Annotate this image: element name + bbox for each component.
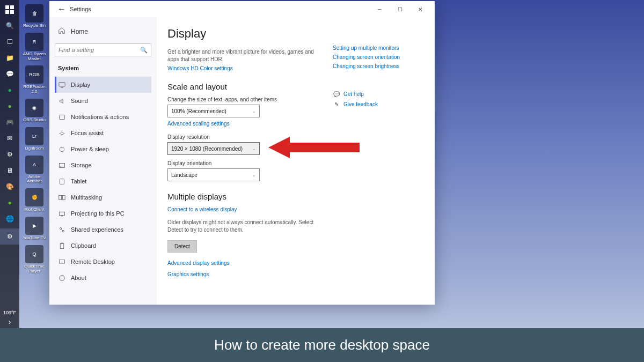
desktop-icons: 🗑Recycle BinRAMD Ryzen MasterRGBRGBFusio… (21, 4, 47, 274)
nav-label: Notifications & actions (71, 114, 129, 120)
taskbar-app-icon[interactable]: ⚙ (3, 148, 16, 161)
desktop-icon[interactable]: ▶YouTube TV (21, 217, 47, 241)
nav-item-storage[interactable]: Storage (55, 157, 151, 173)
desktop-icon[interactable]: 🗑Recycle Bin (21, 4, 47, 28)
nav-item-notifications-actions[interactable]: Notifications & actions (55, 109, 151, 125)
nav-item-remote-desktop[interactable]: Remote Desktop (55, 254, 151, 270)
taskbar-app-icon[interactable]: 🖥 (3, 164, 16, 177)
annotation-arrow (268, 134, 362, 163)
desktop-icon[interactable]: ◉OBS Studio (21, 99, 47, 123)
advanced-scaling-link[interactable]: Advanced scaling settings (167, 121, 323, 127)
about-icon (58, 274, 65, 282)
svg-rect-1 (10, 5, 14, 9)
wireless-display-link[interactable]: Connect to a wireless display (167, 206, 323, 212)
search-icon[interactable]: 🔍 (3, 19, 16, 32)
nav-label: Focus assist (71, 130, 104, 136)
nav-label: Clipboard (71, 242, 96, 249)
svg-rect-2 (5, 10, 9, 14)
multiple-displays-heading: Multiple displays (167, 192, 323, 201)
resolution-dropdown[interactable]: 1920 × 1080 (Recommended) ⌄ (167, 142, 260, 155)
nav-item-display[interactable]: Display (55, 77, 151, 93)
related-link[interactable]: Changing screen orientation (333, 54, 424, 60)
taskbar-app-icon[interactable]: ● (3, 100, 16, 113)
taskbar-app-icon[interactable]: 💬 (3, 68, 16, 80)
nav-item-clipboard[interactable]: Clipboard (55, 238, 151, 254)
settings-taskbar-icon[interactable]: ⚙ (0, 228, 19, 245)
svg-point-11 (60, 166, 61, 167)
related-link[interactable]: Changing screen brightness (333, 63, 424, 69)
display-icon (58, 81, 65, 88)
nav-item-multitasking[interactable]: Multitasking (55, 189, 151, 205)
taskbar: 🔍 ☐ 📁 💬 ● ● 🎮 ✉ ⚙ 🖥 🎨 ● 🌐 ⚙ 109°F › (0, 0, 19, 328)
taskbar-app-icon[interactable]: ● (3, 196, 16, 209)
scale-dropdown[interactable]: 100% (Recommended) ⌄ (167, 105, 260, 117)
window-controls: ─ ☐ ✕ (369, 2, 430, 17)
scale-heading: Scale and layout (167, 82, 323, 91)
multi-icon (58, 194, 65, 201)
nav-item-projecting-to-this-pc[interactable]: Projecting to this PC (55, 205, 151, 221)
taskbar-app-icon[interactable]: 🌐 (3, 212, 16, 225)
detect-button[interactable]: Detect (167, 240, 197, 253)
related-link[interactable]: Setting up multiple monitors (333, 45, 424, 51)
remote-icon (58, 258, 65, 265)
nav-home[interactable]: Home (55, 23, 151, 40)
orientation-dropdown[interactable]: Landscape ⌄ (167, 168, 260, 181)
desktop-icon[interactable]: LrLightroom (21, 127, 47, 151)
home-icon (58, 27, 65, 36)
app-icon: RGB (25, 65, 43, 84)
graphics-settings-link[interactable]: Graphics settings (167, 271, 323, 277)
nav-item-focus-assist[interactable]: Focus assist (55, 125, 151, 141)
taskbar-app-icon[interactable]: ● (3, 84, 16, 97)
desktop-icon[interactable]: QQuickTime Player (21, 245, 47, 274)
feedback-icon: ✎ (333, 101, 340, 108)
back-button[interactable]: ← (54, 4, 70, 14)
icon-label: Lightroom (25, 146, 44, 151)
desktop-icon[interactable]: RAMD Ryzen Master (21, 33, 47, 62)
nav-label: Storage (71, 162, 92, 168)
nav-item-shared-experiences[interactable]: Shared experiences (55, 221, 151, 238)
desktop-icon[interactable]: AAdobe Acrobat (21, 156, 47, 184)
detect-description: Older displays might not always connect … (167, 219, 323, 234)
nav-item-power-sleep[interactable]: Power & sleep (55, 141, 151, 157)
hdr-link[interactable]: Windows HD Color settings (167, 65, 323, 71)
svg-rect-12 (60, 179, 64, 184)
app-icon: ✊ (25, 188, 43, 206)
svg-point-7 (61, 132, 63, 135)
svg-rect-14 (62, 195, 65, 200)
minimize-button[interactable]: ─ (369, 2, 390, 17)
desktop-icon[interactable]: ✊Riot Client (21, 188, 47, 212)
search-box[interactable]: 🔍 (55, 43, 151, 56)
taskbar-app-icon[interactable]: 📁 (3, 51, 16, 64)
taskbar-app-icon[interactable]: ✉ (3, 132, 16, 145)
give-feedback[interactable]: ✎ Give feedback (333, 101, 424, 108)
nav-item-about[interactable]: About (55, 270, 151, 286)
scale-label: Change the size of text, apps, and other… (167, 97, 323, 102)
nav-label: Shared experiences (71, 226, 123, 233)
hdr-description: Get a brighter and more vibrant picture … (167, 48, 323, 63)
icon-label: Riot Client (25, 208, 45, 212)
close-button[interactable]: ✕ (410, 2, 430, 17)
app-icon: Q (25, 245, 43, 263)
nav-item-sound[interactable]: Sound (55, 93, 151, 109)
advanced-display-link[interactable]: Advanced display settings (167, 260, 323, 266)
icon-label: Recycle Bin (23, 24, 46, 28)
svg-rect-15 (59, 212, 64, 216)
caption-text: How to create more desktop space (214, 337, 430, 353)
start-button[interactable] (3, 3, 16, 16)
weather-temp[interactable]: 109°F (0, 310, 19, 315)
storage-icon (58, 161, 65, 169)
taskbar-app-icon[interactable]: 🎮 (3, 116, 16, 129)
nav-item-tablet[interactable]: Tablet (55, 173, 151, 189)
icon-label: QuickTime Player (21, 264, 47, 274)
scale-value: 100% (Recommended) (171, 108, 226, 114)
search-input[interactable] (58, 47, 140, 53)
sound-icon (58, 97, 65, 105)
get-help[interactable]: 💬 Get help (333, 91, 424, 98)
svg-marker-25 (268, 137, 360, 158)
task-view-icon[interactable]: ☐ (3, 35, 16, 48)
taskbar-app-icon[interactable]: 🎨 (3, 180, 16, 193)
desktop-icon[interactable]: RGBRGBFusion 2.0 (21, 65, 47, 94)
taskbar-chevron-icon[interactable]: › (0, 317, 19, 326)
maximize-button[interactable]: ☐ (390, 2, 410, 17)
clipboard-icon (58, 242, 65, 249)
